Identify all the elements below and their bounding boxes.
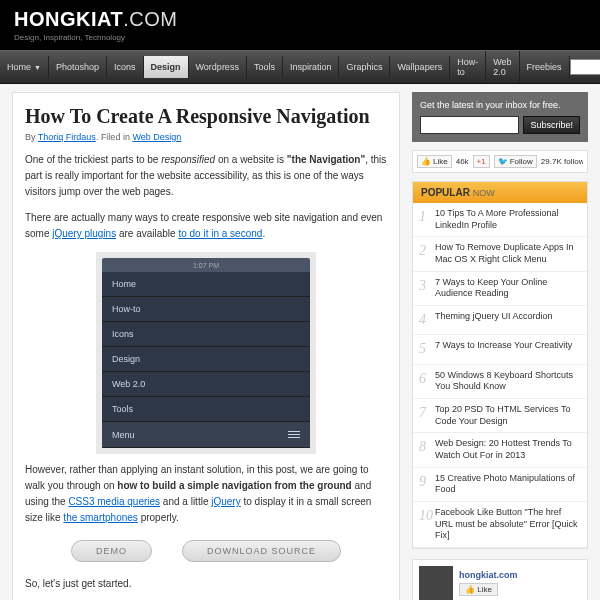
gplus-button[interactable]: +1 xyxy=(473,155,490,168)
phone-menu-item: Web 2.0 xyxy=(102,372,310,397)
fb-widget-like-button[interactable]: 👍 Like xyxy=(459,583,498,596)
phone-menu-item: Home xyxy=(102,272,310,297)
social-bar: 👍Like 46k +1 🐦Follow 29.7K followe xyxy=(412,150,588,173)
article-title: How To Create A Responsive Navigation xyxy=(25,105,387,128)
follow-count: 29.7K followe xyxy=(541,157,583,166)
byline: By Thoriq Firdaus. Filed in Web Design xyxy=(25,132,387,142)
nav-icons[interactable]: Icons xyxy=(107,56,144,78)
phone-menu-item: Tools xyxy=(102,397,310,422)
nav-design[interactable]: Design xyxy=(144,56,189,78)
nav-howto[interactable]: How-to xyxy=(450,51,486,83)
link-jquery-plugins[interactable]: jQuery plugins xyxy=(52,228,116,239)
link-jquery[interactable]: jQuery xyxy=(211,496,240,507)
demo-button[interactable]: DEMO xyxy=(71,540,152,562)
paragraph: There are actually many ways to create r… xyxy=(25,210,387,242)
article-body: One of the trickiest parts to be respons… xyxy=(25,152,387,600)
search-input[interactable] xyxy=(570,59,600,75)
twitter-follow-button[interactable]: 🐦Follow xyxy=(494,155,537,168)
fb-like-count: 46k xyxy=(456,157,469,166)
nav-inspiration[interactable]: Inspiration xyxy=(283,56,340,78)
phone-statusbar: 1:07 PM xyxy=(102,258,310,272)
link-instant[interactable]: to do it in a second xyxy=(178,228,262,239)
popular-item[interactable]: 10Facebook Like Button "The href URL mus… xyxy=(413,502,587,548)
newsletter-box: Get the latest in your inbox for free. S… xyxy=(412,92,588,142)
popular-item[interactable]: 37 Ways to Keep Your Online Audience Rea… xyxy=(413,272,587,306)
popular-item[interactable]: 915 Creative Photo Manipulations of Food xyxy=(413,468,587,502)
newsletter-email-input[interactable] xyxy=(420,116,519,134)
category-link[interactable]: Web Design xyxy=(132,132,181,142)
chevron-down-icon: ▼ xyxy=(34,64,41,71)
paragraph: So, let's just get started. xyxy=(25,576,387,592)
popular-item[interactable]: 57 Ways to Increase Your Creativity xyxy=(413,335,587,364)
popular-item[interactable]: 110 Tips To A More Professional LinkedIn… xyxy=(413,203,587,237)
nav-home[interactable]: Home▼ xyxy=(0,56,49,78)
sidebar: Get the latest in your inbox for free. S… xyxy=(412,92,588,600)
logo-bold: HONGKIAT xyxy=(14,8,123,30)
link-smartphones[interactable]: the smartphones xyxy=(63,512,138,523)
newsletter-heading: Get the latest in your inbox for free. xyxy=(420,100,580,110)
phone-menu-item: How-to xyxy=(102,297,310,322)
nav-wordpress[interactable]: Wordpress xyxy=(189,56,247,78)
phone-menu-toggle: Menu xyxy=(102,422,310,448)
hamburger-icon xyxy=(288,429,300,440)
action-buttons: DEMO DOWNLOAD SOURCE xyxy=(25,540,387,562)
search-box xyxy=(570,59,600,75)
subscribe-button[interactable]: Subscribe! xyxy=(523,116,580,134)
popular-item[interactable]: 2How To Remove Duplicate Apps In Mac OS … xyxy=(413,237,587,271)
paragraph: However, rather than applying an instant… xyxy=(25,462,387,526)
tagline: Design, Inspiration, Technology xyxy=(14,33,586,42)
phone-mockup: 1:07 PM Home How-to Icons Design Web 2.0… xyxy=(96,252,316,454)
fb-page-thumb xyxy=(419,566,453,600)
author-link[interactable]: Thoriq Firdaus xyxy=(38,132,96,142)
fb-like-button[interactable]: 👍Like xyxy=(417,155,452,168)
main-nav: Home▼ Photoshop Icons Design Wordpress T… xyxy=(0,50,600,84)
popular-item[interactable]: 8Web Design: 20 Hottest Trends To Watch … xyxy=(413,433,587,467)
link-media-queries[interactable]: CSS3 media queries xyxy=(68,496,160,507)
download-button[interactable]: DOWNLOAD SOURCE xyxy=(182,540,341,562)
phone-menu: Home How-to Icons Design Web 2.0 Tools M… xyxy=(102,272,310,448)
nav-freebies[interactable]: Freebies xyxy=(520,56,570,78)
site-header: HONGKIAT.COM Design, Inspiration, Techno… xyxy=(0,0,600,50)
fb-page-name[interactable]: hongkiat.com xyxy=(459,570,518,580)
nav-wallpapers[interactable]: Wallpapers xyxy=(390,56,450,78)
phone-menu-item: Icons xyxy=(102,322,310,347)
logo-thin: .COM xyxy=(123,8,177,30)
popular-item[interactable]: 4Theming jQuery UI Accordion xyxy=(413,306,587,335)
popular-heading: POPULAR NOW xyxy=(413,182,587,203)
nav-tools[interactable]: Tools xyxy=(247,56,283,78)
article-main: How To Create A Responsive Navigation By… xyxy=(12,92,400,600)
popular-list: 110 Tips To A More Professional LinkedIn… xyxy=(413,203,587,548)
nav-web20[interactable]: Web 2.0 xyxy=(486,51,519,83)
phone-menu-item: Design xyxy=(102,347,310,372)
popular-item[interactable]: 7Top 20 PSD To HTML Services To Code You… xyxy=(413,399,587,433)
nav-graphics[interactable]: Graphics xyxy=(339,56,390,78)
site-logo[interactable]: HONGKIAT.COM xyxy=(14,8,586,31)
facebook-widget: hongkiat.com 👍 Like 46,303 people like h… xyxy=(412,559,588,600)
paragraph: One of the trickiest parts to be respons… xyxy=(25,152,387,200)
nav-photoshop[interactable]: Photoshop xyxy=(49,56,107,78)
popular-item[interactable]: 650 Windows 8 Keyboard Shortcuts You Sho… xyxy=(413,365,587,399)
popular-box: POPULAR NOW 110 Tips To A More Professio… xyxy=(412,181,588,549)
